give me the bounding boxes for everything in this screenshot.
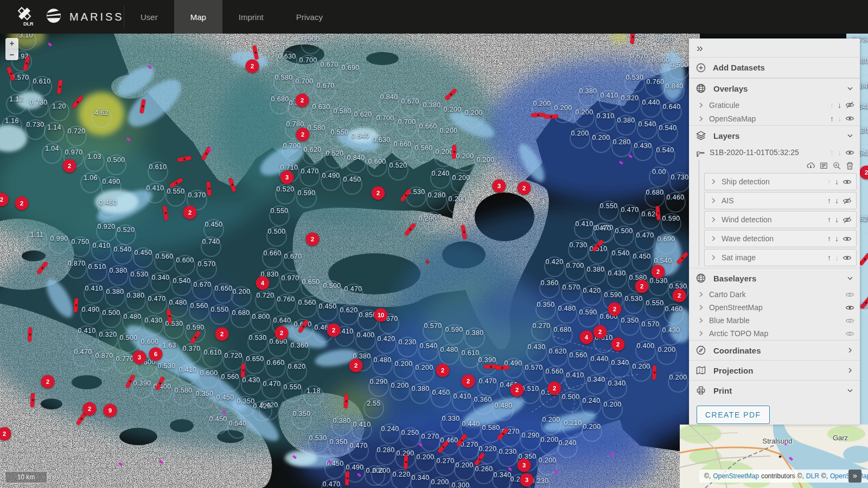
move-down-icon[interactable]: ↓: [838, 115, 841, 123]
create-pdf-button[interactable]: CREATE PDF: [697, 406, 770, 424]
ship-cluster-marker[interactable]: 2: [518, 182, 531, 195]
ship-cluster-marker[interactable]: 2: [306, 233, 320, 246]
chevron-right-icon[interactable]: [698, 115, 704, 122]
chevron-right-icon[interactable]: [698, 304, 704, 311]
move-up-icon[interactable]: ↑: [827, 254, 831, 261]
attribution-expand-button[interactable]: »: [848, 470, 861, 483]
move-down-icon[interactable]: ↓: [835, 197, 839, 204]
baselayer-item-carto-dark[interactable]: Carto Dark: [689, 288, 860, 301]
dataset-row[interactable]: S1B-2020-11-01T05:32:25↑↓: [689, 145, 860, 159]
coordinates-header[interactable]: Coordinates: [689, 341, 860, 360]
layer-item-ais[interactable]: AIS↑↓: [704, 192, 857, 209]
move-down-icon[interactable]: ↓: [835, 235, 839, 242]
chevron-right-icon[interactable]: [710, 235, 717, 242]
delete-icon[interactable]: [845, 161, 854, 170]
ship-cluster-marker[interactable]: 3: [520, 473, 534, 487]
overlay-item-graticule[interactable]: Graticule↑↓: [689, 98, 860, 112]
chevron-down-icon[interactable]: [846, 386, 854, 395]
ship-cluster-marker[interactable]: 2: [183, 206, 197, 220]
ship-cluster-marker[interactable]: 2: [296, 128, 310, 142]
annotation-icon[interactable]: [819, 161, 828, 170]
ship-detection-marker[interactable]: [652, 365, 656, 380]
layer-item-ship-detection[interactable]: Ship detection↑↓: [704, 173, 857, 190]
move-up-icon[interactable]: ↑: [827, 197, 831, 204]
move-up-icon[interactable]: ↑: [830, 101, 834, 109]
ship-cluster-marker[interactable]: 2: [63, 159, 76, 173]
ship-detection-marker[interactable]: [404, 455, 408, 469]
print-header[interactable]: Print: [689, 381, 860, 400]
ship-cluster-marker[interactable]: 9: [104, 404, 117, 418]
attribution-link[interactable]: OpenStreetMap: [713, 472, 759, 480]
baselayer-item-arctic-topo-map[interactable]: Arctic TOPO Map: [689, 327, 860, 340]
ship-detection-marker[interactable]: [452, 145, 456, 159]
nav-item-map[interactable]: Map: [174, 0, 222, 34]
overlay-item-openseamap[interactable]: OpenSeaMap↑↓: [689, 112, 860, 125]
chevron-right-icon[interactable]: [846, 366, 854, 375]
attribution-link[interactable]: DLR: [806, 472, 819, 480]
eye-icon[interactable]: [845, 303, 854, 312]
chevron-right-icon[interactable]: [710, 216, 717, 223]
ship-detection-marker[interactable]: [28, 328, 32, 342]
layer-item-wind-detection[interactable]: Wind detection↑↓: [704, 211, 857, 228]
layer-item-sat-image[interactable]: Sat image↑↓: [704, 249, 857, 266]
ship-cluster-marker[interactable]: 2: [673, 289, 686, 303]
move-down-icon[interactable]: ↓: [835, 216, 839, 223]
ship-cluster-marker[interactable]: 2: [296, 94, 309, 107]
ship-cluster-marker[interactable]: 2: [608, 303, 622, 316]
ship-cluster-marker[interactable]: 2: [41, 375, 55, 389]
ship-detection-marker[interactable]: [495, 365, 509, 370]
layer-item-wave-detection[interactable]: Wave detection↑↓: [704, 230, 857, 247]
ship-cluster-marker[interactable]: 3: [133, 351, 146, 364]
baselayer-item-openstreetmap[interactable]: OpenStreetMap: [689, 301, 860, 314]
ship-cluster-marker[interactable]: 2: [327, 324, 341, 337]
chevron-right-icon[interactable]: [698, 102, 704, 108]
ship-cluster-marker[interactable]: 2: [593, 325, 607, 339]
ship-cluster-marker[interactable]: 10: [374, 309, 388, 322]
move-down-icon[interactable]: ↓: [835, 254, 839, 261]
ship-detection-marker[interactable]: [344, 394, 348, 408]
move-up-icon[interactable]: ↑: [830, 149, 834, 156]
move-down-icon[interactable]: ↓: [838, 149, 841, 156]
ship-cluster-marker[interactable]: 2: [611, 338, 625, 351]
overlays-header[interactable]: Overlays: [689, 79, 860, 98]
ship-cluster-marker[interactable]: 2: [635, 280, 649, 293]
ship-cluster-marker[interactable]: 6: [149, 348, 163, 361]
baselayers-header[interactable]: Baselayers: [689, 268, 860, 288]
add-datasets-button[interactable]: Add Datasets: [689, 57, 860, 78]
zoom-in-button[interactable]: +: [5, 38, 18, 49]
chevron-right-icon[interactable]: [710, 254, 717, 261]
chevron-down-icon[interactable]: [846, 274, 854, 282]
chevron-right-icon[interactable]: [846, 346, 854, 355]
ship-cluster-marker[interactable]: 3: [280, 171, 294, 184]
move-up-icon[interactable]: ↑: [827, 235, 831, 242]
ship-cluster-marker[interactable]: 3: [518, 459, 531, 472]
ship-cluster-marker[interactable]: 2: [510, 383, 524, 397]
ship-cluster-marker[interactable]: 4: [580, 331, 593, 344]
eye-outline-icon[interactable]: [845, 329, 854, 338]
download-icon[interactable]: [806, 161, 815, 170]
chevron-right-icon[interactable]: [710, 197, 717, 204]
ship-cluster-marker[interactable]: 4: [256, 277, 270, 290]
ship-cluster-marker[interactable]: 2: [83, 402, 97, 416]
ship-cluster-marker[interactable]: 2: [548, 382, 561, 395]
ship-cluster-marker[interactable]: 2: [349, 359, 363, 373]
move-up-icon[interactable]: ↑: [827, 216, 831, 223]
move-down-icon[interactable]: ↓: [838, 101, 841, 109]
nav-item-user[interactable]: User: [124, 0, 174, 34]
eye-outline-icon[interactable]: [845, 316, 854, 325]
ship-cluster-marker[interactable]: 3: [493, 179, 506, 193]
zoom-to-layer-icon[interactable]: [832, 161, 841, 170]
move-up-icon[interactable]: ↑: [830, 115, 834, 123]
eye-icon[interactable]: [843, 234, 852, 243]
ship-cluster-marker[interactable]: 2: [275, 326, 289, 340]
chevron-right-icon[interactable]: [698, 330, 704, 337]
eye-icon[interactable]: [843, 177, 852, 187]
chevron-down-icon[interactable]: [846, 84, 854, 93]
collapse-panel-icon[interactable]: »: [697, 42, 703, 53]
ship-detection-marker[interactable]: [345, 471, 349, 485]
chevron-right-icon[interactable]: [710, 178, 717, 185]
ship-cluster-marker[interactable]: 2: [436, 364, 450, 377]
eye-slash-icon[interactable]: [845, 100, 854, 110]
eye-icon[interactable]: [845, 114, 854, 123]
layers-header[interactable]: Layers: [689, 126, 860, 145]
